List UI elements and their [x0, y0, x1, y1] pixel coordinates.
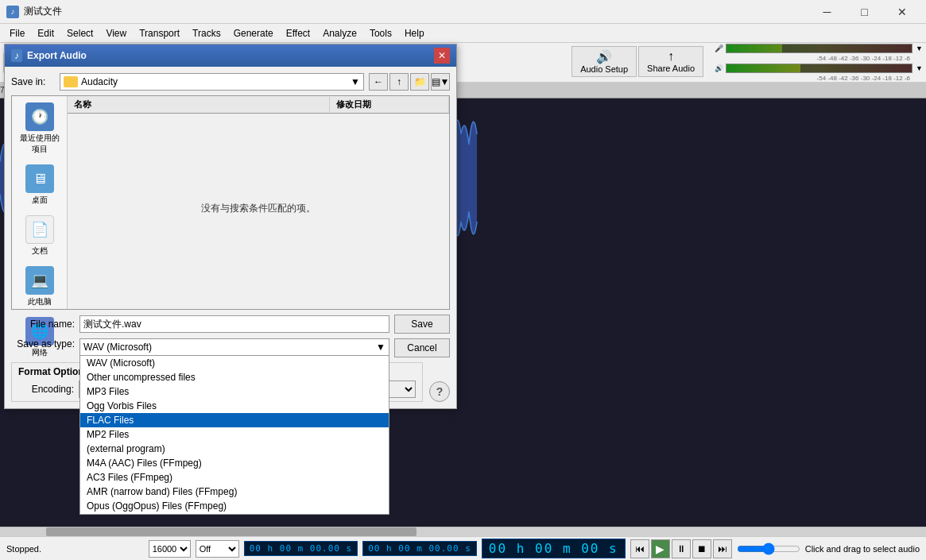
file-browser: 🕐 最近使用的项目 🖥 桌面 📄 — [11, 95, 450, 310]
nav-create-folder-btn[interactable]: 📁 — [410, 73, 429, 91]
save-in-row: Save in: Audacity ▼ ← ↑ 📁 ▤▼ — [11, 73, 450, 91]
file-list-body: 没有与搜索条件匹配的项。 — [68, 114, 449, 303]
docs-label: 文档 — [32, 245, 48, 257]
nav-up-btn[interactable]: ↑ — [389, 73, 409, 91]
audio-setup-label: Audio Setup — [580, 64, 628, 74]
status-bar: Stopped. 16000 44100 48000 Off Mono Ster… — [0, 536, 926, 560]
file-name-label: File name: — [11, 319, 75, 330]
format-option-ac3[interactable]: AC3 Files (FFmpeg) — [80, 470, 389, 485]
time-display-2: 00 h 00 m 00.00 s — [362, 541, 477, 556]
docs-shortcut[interactable]: 📄 文档 — [22, 212, 57, 260]
dialog-title-area: ♪ Export Audio — [11, 49, 87, 62]
save-in-combo[interactable]: Audacity ▼ — [60, 73, 364, 91]
title-bar-left: ♪ 测试文件 — [6, 5, 62, 18]
format-option-opus[interactable]: Opus (OggOpus) Files (FFmpeg) — [80, 499, 389, 513]
menu-tools[interactable]: Tools — [363, 26, 398, 41]
date-col-header[interactable]: 修改日期 — [330, 97, 449, 112]
file-list: 名称 修改日期 没有与搜索条件匹配的项。 — [68, 96, 449, 309]
format-dropdown-container: WAV (Microsoft) ▼ WAV (Microsoft) Other … — [79, 338, 389, 356]
recent-files-shortcut[interactable]: 🕐 最近使用的项目 — [14, 99, 65, 158]
save-in-value: Audacity — [81, 76, 118, 87]
horizontal-scrollbar[interactable] — [0, 527, 926, 536]
input-meter — [726, 44, 912, 53]
menu-generate[interactable]: Generate — [227, 26, 280, 41]
minimize-button[interactable]: ─ — [809, 4, 845, 20]
file-name-row: File name: Save — [11, 315, 450, 334]
dialog-close-btn[interactable]: ✕ — [434, 48, 450, 64]
menu-transport[interactable]: Transport — [133, 26, 186, 41]
save-as-type-label: Save as type: — [11, 338, 75, 350]
name-col-header[interactable]: 名称 — [68, 97, 330, 112]
file-name-input[interactable] — [79, 315, 389, 333]
format-option-other-uncompressed[interactable]: Other uncompressed files — [80, 370, 389, 384]
share-audio-label: Share Audio — [647, 64, 695, 73]
pc-shortcut[interactable]: 💻 此电脑 — [22, 263, 57, 311]
title-bar: ♪ 测试文件 ─ □ ✕ — [0, 0, 926, 24]
forward-btn[interactable]: ⏭ — [713, 539, 732, 558]
rewind-btn[interactable]: ⏮ — [630, 539, 649, 558]
format-option-m4a-aac[interactable]: M4A (AAC) Files (FFmpeg) — [80, 456, 389, 470]
folder-icon — [64, 76, 78, 87]
format-option-ogg-vorbis[interactable]: Ogg Vorbis Files — [80, 399, 389, 413]
format-option-external[interactable]: (external program) — [80, 442, 389, 456]
time-display-1: 00 h 00 m 00.00 s — [244, 541, 358, 556]
audio-setup-btn[interactable]: 🔊 Audio Setup — [571, 46, 637, 77]
encoding-label: Encoding: — [18, 384, 74, 395]
dialog-title: Export Audio — [27, 50, 87, 61]
sidebar-shortcuts: 🕐 最近使用的项目 🖥 桌面 📄 — [12, 96, 68, 309]
nav-view-btn[interactable]: ▤▼ — [431, 73, 450, 91]
menu-edit[interactable]: Edit — [31, 26, 60, 41]
menu-effect[interactable]: Effect — [280, 26, 316, 41]
format-option-mp3[interactable]: MP3 Files — [80, 384, 389, 399]
menu-tracks[interactable]: Tracks — [186, 26, 227, 41]
menu-help[interactable]: Help — [398, 26, 431, 41]
cancel-button[interactable]: Cancel — [394, 338, 450, 357]
close-button[interactable]: ✕ — [884, 4, 920, 20]
output-meter — [726, 64, 912, 73]
export-audio-dialog: ♪ Export Audio ✕ Save in: Audacity ▼ — [4, 44, 457, 409]
menu-file[interactable]: File — [3, 26, 31, 41]
save-as-type-row: Save as type: WAV (Microsoft) ▼ WAV (Mic… — [11, 338, 450, 357]
help-button[interactable]: ? — [429, 381, 450, 402]
nav-back-btn[interactable]: ← — [369, 73, 388, 91]
pc-icon: 💻 — [25, 266, 54, 295]
empty-message: 没有与搜索条件匹配的项。 — [201, 202, 316, 215]
menu-select[interactable]: Select — [60, 26, 99, 41]
format-selected-value[interactable]: WAV (Microsoft) ▼ — [79, 338, 389, 356]
format-current-label: WAV (Microsoft) — [83, 342, 152, 353]
file-list-header: 名称 修改日期 — [68, 96, 449, 114]
format-option-mp2[interactable]: MP2 Files — [80, 427, 389, 442]
dialog-icon: ♪ — [11, 49, 22, 62]
format-option-wma[interactable]: WMA (version 2) Files (FFmpeg) — [80, 513, 389, 515]
format-dropdown-arrow: ▼ — [376, 342, 386, 353]
format-dropdown-list: WAV (Microsoft) Other uncompressed files… — [79, 356, 389, 515]
stop-btn[interactable]: ⏹ — [692, 539, 711, 558]
play-btn[interactable]: ▶ — [651, 539, 670, 558]
share-audio-btn[interactable]: ↑ Share Audio — [638, 46, 703, 77]
app-title: 测试文件 — [24, 5, 62, 18]
status-stopped: Stopped. — [6, 544, 41, 554]
dialog-titlebar: ♪ Export Audio ✕ — [5, 44, 456, 67]
format-option-amr[interactable]: AMR (narrow band) Files (FFmpeg) — [80, 485, 389, 499]
desktop-label: 桌面 — [32, 195, 48, 206]
volume-slider[interactable] — [737, 543, 800, 555]
sample-rate-select[interactable]: 16000 44100 48000 — [149, 540, 191, 558]
pause-btn[interactable]: ⏸ — [672, 539, 691, 558]
save-button[interactable]: Save — [394, 315, 450, 334]
menu-bar: File Edit Select View Transport Tracks G… — [0, 24, 926, 43]
desktop-icon: 🖥 — [25, 164, 54, 193]
menu-analyze[interactable]: Analyze — [316, 26, 363, 41]
maximize-button[interactable]: □ — [847, 4, 882, 20]
large-time-display: 00 h 00 m 00 s — [482, 539, 626, 558]
format-option-wav-microsoft[interactable]: WAV (Microsoft) — [80, 356, 389, 370]
pc-label: 此电脑 — [28, 296, 52, 307]
save-in-toolbar: ← ↑ 📁 ▤▼ — [369, 73, 450, 91]
desktop-shortcut[interactable]: 🖥 桌面 — [22, 161, 57, 209]
status-right: Click and drag to select audio — [805, 544, 920, 554]
window-controls: ─ □ ✕ — [809, 4, 920, 20]
save-in-dropdown-arrow: ▼ — [351, 76, 360, 87]
dialog-body: Save in: Audacity ▼ ← ↑ 📁 ▤▼ — [5, 67, 456, 408]
menu-view[interactable]: View — [99, 26, 133, 41]
format-option-flac[interactable]: FLAC Files — [80, 413, 389, 427]
channel-select[interactable]: Off Mono Stereo — [196, 540, 239, 558]
